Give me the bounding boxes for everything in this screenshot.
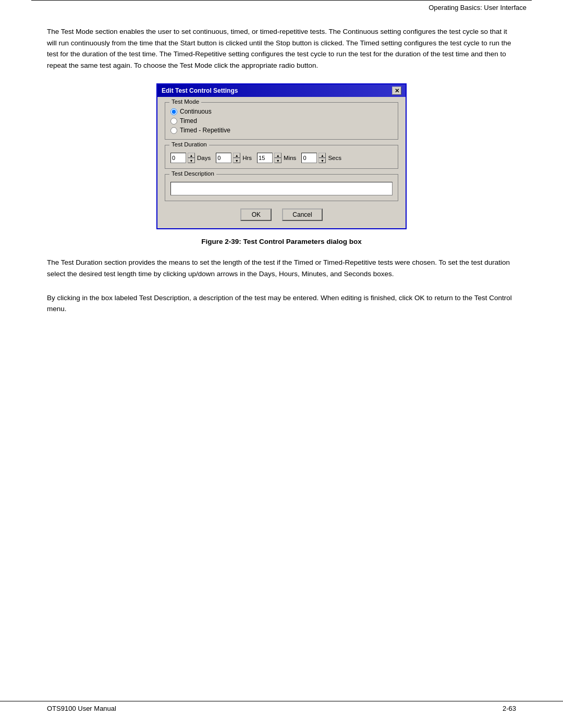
mins-up-arrow[interactable]: ▲ [274,153,282,158]
days-spinner-group: ▲ ▼ [170,153,195,163]
radio-timed-label: Timed [180,117,197,125]
test-duration-group: Test Duration ▲ ▼ Days [165,145,398,169]
hrs-arrows: ▲ ▼ [233,153,240,163]
hrs-down-arrow[interactable]: ▼ [233,158,240,163]
close-button[interactable]: ✕ [392,87,401,95]
secs-input[interactable] [301,153,317,163]
body-paragraph3: By clicking in the box labeled Test Desc… [47,292,516,315]
content-area: The Test Mode section enables the user t… [0,26,563,315]
body-paragraph2: The Test Duration section provides the m… [47,257,516,279]
radio-continuous[interactable]: Continuous [170,108,393,115]
radio-timed-repetitive-input[interactable] [170,127,177,134]
secs-down-arrow[interactable]: ▼ [319,158,326,163]
secs-spinner-group: ▲ ▼ [301,153,326,163]
mins-arrows: ▲ ▼ [274,153,282,163]
duration-row: ▲ ▼ Days ▲ ▼ [170,149,393,163]
edit-test-control-dialog: Edit Test Control Settings ✕ Test Mode C… [156,83,407,229]
page-container: Operating Basics: User Interface The Tes… [0,0,563,728]
cancel-button[interactable]: Cancel [282,208,322,221]
mins-down-arrow[interactable]: ▼ [274,158,282,163]
dialog-title-bar: Edit Test Control Settings ✕ [157,84,406,97]
header-title: Operating Basics: User Interface [429,4,527,11]
mins-label: Mins [284,155,296,161]
dialog-body: Test Mode Continuous Timed [157,97,406,228]
radio-group: Continuous Timed Timed - Repetitive [170,106,393,134]
description-input[interactable] [170,182,393,195]
test-duration-label: Test Duration [169,141,209,147]
radio-timed-repetitive[interactable]: Timed - Repetitive [170,127,393,134]
days-down-arrow[interactable]: ▼ [188,158,195,163]
dialog-title: Edit Test Control Settings [162,87,238,94]
test-mode-group: Test Mode Continuous Timed [165,102,398,140]
hrs-spinner-group: ▲ ▼ [216,153,240,163]
days-up-arrow[interactable]: ▲ [188,153,195,158]
test-mode-label: Test Mode [169,98,201,105]
hrs-label: Hrs [242,155,252,161]
secs-label: Secs [328,155,341,161]
figure-caption: Figure 2-39: Test Control Parameters dia… [47,238,516,245]
mins-spinner-group: ▲ ▼ [257,153,282,163]
mins-input[interactable] [257,153,273,163]
test-description-label: Test Description [169,170,216,177]
footer-right: 2-63 [503,705,516,712]
hrs-input[interactable] [216,153,231,163]
days-label: Days [197,155,211,161]
days-input[interactable] [170,153,186,163]
footer-left: OTS9100 User Manual [47,705,116,712]
dialog-buttons: OK Cancel [165,208,398,221]
radio-timed-repetitive-label: Timed - Repetitive [180,127,230,134]
hrs-up-arrow[interactable]: ▲ [233,153,240,158]
intro-paragraph: The Test Mode section enables the user t… [47,26,516,71]
dialog-wrapper: Edit Test Control Settings ✕ Test Mode C… [47,83,516,229]
days-arrows: ▲ ▼ [188,153,195,163]
secs-arrows: ▲ ▼ [319,153,326,163]
page-header: Operating Basics: User Interface [31,0,532,11]
secs-up-arrow[interactable]: ▲ [319,153,326,158]
radio-continuous-label: Continuous [180,108,212,115]
radio-timed-input[interactable] [170,118,177,125]
test-description-group: Test Description [165,174,398,201]
radio-continuous-input[interactable] [170,108,177,115]
ok-button[interactable]: OK [240,208,272,221]
page-footer: OTS9100 User Manual 2-63 [0,701,563,712]
radio-timed[interactable]: Timed [170,117,393,125]
